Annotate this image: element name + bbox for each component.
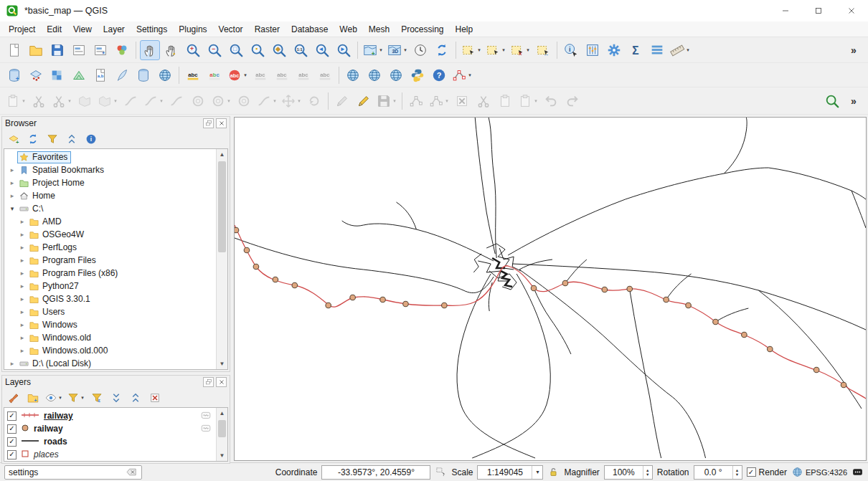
menu-help[interactable]: Help [450, 22, 479, 37]
browser-item-windows[interactable]: ▸Windows [4, 318, 216, 331]
messages-button[interactable] [852, 466, 864, 478]
menu-settings[interactable]: Settings [131, 22, 173, 37]
layer-checkbox[interactable]: ✓ [7, 437, 16, 447]
geocoding[interactable] [364, 65, 385, 85]
locator-search-input[interactable]: settings [4, 465, 142, 480]
split-parts-dropdown-arrow[interactable]: ▾ [67, 98, 72, 104]
zoom-in[interactable]: + [183, 40, 203, 60]
collapse-all-layers[interactable] [127, 389, 144, 406]
open-project[interactable] [26, 40, 46, 60]
scroll-up-arrow[interactable]: ▲ [217, 149, 227, 160]
zoom-out[interactable]: − [204, 40, 225, 60]
browser-item-program-files[interactable]: ▸Program Files [4, 254, 216, 267]
menu-plugins[interactable]: Plugins [173, 22, 212, 37]
expander-collapsed-icon[interactable]: ▸ [17, 308, 27, 315]
help-contents[interactable]: ? [429, 65, 449, 85]
menu-layer[interactable]: Layer [98, 22, 131, 37]
scroll-down-arrow[interactable]: ▼ [217, 358, 227, 369]
measure-line[interactable]: ▾ [669, 40, 692, 60]
browser-item-python27[interactable]: ▸Python27 [4, 280, 216, 292]
select-features-by-value-dropdown-arrow[interactable]: ▾ [501, 47, 506, 53]
toolbar-overflow[interactable]: » [844, 40, 864, 60]
offset-curve-dropdown-arrow[interactable]: ▾ [159, 98, 164, 104]
menu-mesh[interactable]: Mesh [363, 22, 395, 37]
layer-item-places[interactable]: ✓places [4, 448, 216, 461]
vertex-tool-toolbar[interactable]: ▾ [450, 65, 473, 85]
move-feature-dropdown-arrow[interactable]: ▾ [296, 98, 302, 104]
temporal-controller-panel[interactable] [410, 40, 430, 60]
delete-part-dropdown-arrow[interactable]: ▾ [226, 98, 232, 104]
add-group[interactable]: + [24, 389, 42, 406]
select-features[interactable]: ▾ [460, 40, 483, 60]
deselect-features-dropdown-arrow[interactable]: ▾ [525, 47, 531, 53]
scrollbar-thumb[interactable] [218, 420, 226, 437]
map-canvas[interactable] [234, 117, 867, 461]
new-map-view[interactable]: +▾ [362, 40, 385, 60]
zoom-to-layer[interactable]: ◆ [269, 40, 289, 60]
expander-collapsed-icon[interactable]: ▸ [17, 231, 27, 238]
browser-item-program-files-x86[interactable]: ▸Program Files (x86) [4, 267, 216, 280]
style-manager[interactable] [112, 40, 132, 60]
expander-collapsed-icon[interactable]: ▸ [17, 347, 27, 354]
add-postgis-layer[interactable] [133, 65, 154, 85]
invert-selection[interactable]: ↔ [533, 40, 553, 60]
rotation-spinbox[interactable]: 0.0 ° ▲▼ [694, 465, 742, 480]
remove-layer[interactable] [146, 389, 164, 406]
current-edits-dropdown-arrow[interactable]: ▾ [21, 98, 27, 104]
browser-item-windows-old-000[interactable]: ▸Windows.old.000 [4, 344, 216, 357]
browser-item-amd[interactable]: ▸AMD [4, 215, 216, 228]
zoom-native-resolution[interactable]: 1:1 [291, 40, 311, 60]
save-layer-edits-dropdown-arrow[interactable]: ▾ [392, 98, 397, 104]
open-data-source-manager[interactable]: + [4, 65, 24, 85]
pin-unpin-labels[interactable]: abc▾ [226, 65, 249, 85]
layer-item-roads[interactable]: ✓roads [4, 435, 216, 448]
browser-close-button[interactable] [216, 118, 227, 128]
layer-item-railway[interactable]: ✓railway [4, 409, 216, 422]
open-attribute-table[interactable] [647, 40, 667, 60]
expander-collapsed-icon[interactable]: ▸ [17, 282, 27, 290]
open-layer-styling[interactable] [5, 389, 22, 406]
filter-by-expression[interactable]: ε [88, 389, 105, 406]
expander-collapsed-icon[interactable]: ▸ [7, 166, 17, 173]
add-delimited-text-layer[interactable]: a,b [90, 65, 110, 85]
expander-collapsed-icon[interactable]: ▸ [7, 179, 17, 186]
select-features-dropdown-arrow[interactable]: ▾ [476, 47, 482, 53]
pan-map-to-selection[interactable]: ▪ [161, 40, 181, 60]
new-map-view-dropdown-arrow[interactable]: ▾ [378, 47, 384, 53]
layer-labeling-options[interactable]: abc [183, 65, 203, 85]
statistical-summary[interactable] [582, 40, 603, 60]
refresh-map[interactable] [432, 40, 452, 60]
clear-search-icon[interactable] [126, 466, 138, 478]
add-mesh-layer[interactable] [69, 65, 89, 85]
deselect-features[interactable]: ×▾ [509, 40, 532, 60]
layer-checkbox[interactable]: ✓ [7, 424, 16, 434]
rotation-spin-arrows[interactable]: ▲▼ [732, 466, 742, 479]
add-spatialite-layer[interactable] [112, 65, 132, 85]
pan-map[interactable] [140, 40, 160, 60]
coordinate-input[interactable]: -33.9573°, 20.4559° [321, 465, 430, 480]
browser-item-project-home[interactable]: ▸Project Home [4, 176, 216, 189]
manage-map-themes-dropdown-arrow[interactable]: ▾ [57, 395, 63, 401]
browser-item-perflogs[interactable]: ▸PerfLogs [4, 241, 216, 254]
add-selected-layers[interactable]: + [5, 130, 22, 148]
magnifier-spin-arrows[interactable]: ▲▼ [643, 466, 652, 479]
vertex-tool-dropdown-arrow[interactable]: ▾ [444, 98, 450, 104]
add-vector-layer[interactable] [26, 65, 46, 85]
expand-all[interactable] [108, 389, 125, 406]
scroll-down-arrow[interactable]: ▼ [217, 450, 227, 461]
menu-view[interactable]: View [67, 22, 98, 37]
expander-collapsed-icon[interactable]: ▸ [17, 218, 27, 225]
measure-line-dropdown-arrow[interactable]: ▾ [685, 47, 691, 53]
close-button[interactable] [835, 0, 868, 22]
sum-features[interactable]: Σ [626, 40, 646, 60]
menu-web[interactable]: Web [334, 22, 362, 37]
browser-item-qgis-3-30-1[interactable]: ▸QGIS 3.30.1 [4, 292, 216, 305]
render-checkbox[interactable]: ✓ Render [747, 467, 787, 477]
expander-collapsed-icon[interactable]: ▸ [7, 192, 17, 199]
toolbar-overflow-row3[interactable]: » [844, 91, 864, 111]
zoom-full-extent[interactable]: □ [226, 40, 246, 60]
scale-combo[interactable]: 1:149045 ▾ [477, 465, 543, 480]
coordinate-display-toggle-icon[interactable] [435, 466, 447, 478]
metasearch[interactable] [343, 65, 363, 85]
scrollbar-thumb[interactable] [218, 161, 226, 252]
